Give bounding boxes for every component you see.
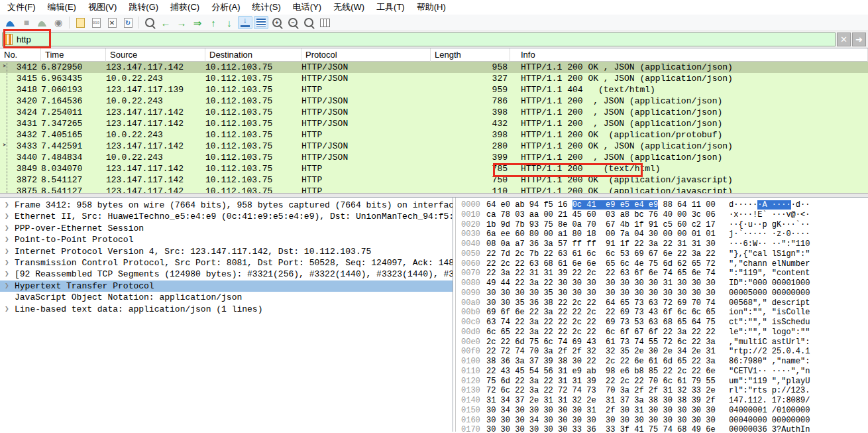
menu-view[interactable]: 视图(V): [82, 0, 123, 15]
expand-chevron-icon[interactable]: ❯: [5, 211, 9, 222]
column-header-info[interactable]: Info: [510, 48, 868, 62]
column-header-time[interactable]: Time: [41, 48, 106, 62]
packet-row-3418[interactable]: 34187.060193123.147.117.13910.112.103.75…: [0, 84, 868, 95]
packet-row-3420[interactable]: 34207.16453610.0.22.24310.112.103.75HTTP…: [0, 95, 868, 107]
filter-clear-button[interactable]: ✕: [837, 32, 851, 46]
zoom-in-icon[interactable]: +: [270, 16, 284, 29]
menu-statistics[interactable]: 统计(S): [246, 0, 286, 15]
open-file-icon[interactable]: [73, 16, 87, 29]
hex-row-00a0[interactable]: 00a030 30 35 36 38 22 2c 22 64 65 73 63 …: [456, 298, 868, 308]
menu-help[interactable]: 帮助(H): [411, 0, 452, 15]
menu-file[interactable]: 文件(F): [1, 0, 42, 15]
hex-row-0100[interactable]: 010038 36 3a 37 39 38 30 22 2c 22 6e 61 …: [456, 357, 868, 367]
restart-capture-icon[interactable]: [35, 16, 50, 29]
hex-row-0040[interactable]: 004008 0a a7 36 3a 57 ff ff 91 1f 22 3a …: [456, 239, 868, 249]
detail-line-3[interactable]: ❯Point-to-Point Protocol: [0, 234, 453, 245]
menu-analyze[interactable]: 分析(A): [205, 0, 246, 15]
detail-line-2[interactable]: ❯PPP-over-Ethernet Session: [0, 223, 453, 234]
hex-row-0080[interactable]: 008049 44 22 3a 22 30 30 30 30 30 30 30 …: [456, 278, 868, 288]
menu-capture[interactable]: 捕获(C): [164, 0, 205, 15]
packet-row-3432[interactable]: 34327.40516510.0.22.24310.112.103.75HTTP…: [0, 129, 868, 141]
hex-row-0110[interactable]: 011022 43 45 54 56 31 e9 ab 98 e6 b8 85 …: [456, 367, 868, 377]
hex-row-00b0[interactable]: 00b069 6f 6e 22 3a 22 22 2c 22 69 73 43 …: [456, 308, 868, 318]
packet-row-3424[interactable]: 34247.254011123.147.117.14210.112.103.75…: [0, 107, 868, 118]
expand-chevron-icon[interactable]: ❯: [5, 269, 9, 280]
packet-row-3431[interactable]: 34317.347265123.147.117.14210.112.103.75…: [0, 118, 868, 129]
expand-chevron-icon[interactable]: ❯: [5, 246, 9, 257]
menu-edit[interactable]: 编辑(E): [42, 0, 82, 15]
go-forward-icon[interactable]: →: [174, 16, 189, 29]
hex-row-0150[interactable]: 015030 34 30 30 30 30 30 31 2f 30 31 30 …: [456, 406, 868, 416]
hex-row-0060[interactable]: 006022 2c 22 63 68 61 6e 6e 65 6c 4e 75 …: [456, 259, 868, 269]
detail-line-1[interactable]: ❯Ethernet II, Src: HuaweiTechno_e5:e4:e9…: [0, 211, 453, 222]
hex-row-0030[interactable]: 00306a ee 60 80 00 a1 80 18 00 7a 04 30 …: [456, 229, 868, 239]
hex-row-0160[interactable]: 016030 30 30 34 30 30 30 30 30 30 30 30 …: [456, 416, 868, 426]
find-packet-icon[interactable]: [142, 16, 157, 29]
filter-bookmark-icon[interactable]: [4, 34, 13, 45]
hex-row-0050[interactable]: 005022 7d 2c 7b 22 63 61 6c 6c 53 69 67 …: [456, 249, 868, 259]
detail-line-5[interactable]: ❯Transmission Control Protocol, Src Port…: [0, 257, 453, 269]
column-header-destination[interactable]: Destination: [205, 48, 301, 62]
column-header-no[interactable]: No.: [0, 48, 41, 62]
resize-columns-icon[interactable]: [317, 16, 332, 29]
reload-file-icon[interactable]: ↻: [121, 16, 135, 29]
detail-line-9[interactable]: ❯Line-based text data: application/json …: [0, 304, 453, 315]
menu-tools[interactable]: 工具(T): [370, 0, 411, 15]
packet-row-3872[interactable]: 38728.541127123.147.117.14210.112.103.75…: [0, 174, 868, 186]
hex-row-0010[interactable]: 0010ca 78 03 aa 00 21 45 60 03 a8 bc 76 …: [456, 210, 868, 220]
save-file-icon[interactable]: 010: [89, 16, 103, 29]
hex-row-00f0[interactable]: 00f022 72 74 70 3a 2f 2f 32 32 35 2e 30 …: [456, 347, 868, 357]
packet-row-3415[interactable]: 34156.96343510.0.22.24310.112.103.75HTTP…: [0, 73, 868, 84]
hex-row-00e0[interactable]: 00e02c 22 6d 75 6c 74 69 43 61 73 74 55 …: [456, 338, 868, 347]
filter-apply-button[interactable]: ➜: [852, 32, 866, 46]
go-bottom-icon[interactable]: ↓: [222, 16, 237, 29]
colorize-icon[interactable]: [254, 16, 268, 29]
display-filter-input[interactable]: http: [2, 32, 836, 46]
column-header-source[interactable]: Source: [106, 48, 205, 62]
packet-bytes-pane: 000064 e0 ab 94 f5 16 0c 41 e9 e5 e4 e9 …: [455, 198, 868, 432]
menu-telephony[interactable]: 电话(Y): [287, 0, 327, 15]
expand-chevron-icon[interactable]: ❯: [5, 280, 9, 292]
expand-chevron-icon[interactable]: ❯: [5, 304, 9, 315]
go-back-icon[interactable]: ←: [158, 16, 173, 29]
expand-chevron-icon[interactable]: ❯: [5, 200, 9, 211]
packet-row-3412[interactable]: 34126.872950123.147.117.14210.112.103.75…: [0, 62, 868, 73]
hex-row-00c0[interactable]: 00c063 74 22 3a 22 22 2c 22 69 73 53 63 …: [456, 318, 868, 328]
detail-line-8[interactable]: JavaScript Object Notation: application/…: [0, 292, 453, 303]
hex-row-0130[interactable]: 013072 6c 22 3a 22 72 74 73 70 3a 2f 2f …: [456, 386, 868, 396]
hex-row-0000[interactable]: 000064 e0 ab 94 f5 16 0c 41 e9 e5 e4 e9 …: [456, 200, 868, 210]
hex-row-0120[interactable]: 012075 6d 22 3a 22 31 31 39 22 2c 22 70 …: [456, 377, 868, 387]
hex-row-0090[interactable]: 009030 30 30 30 35 30 30 30 30 30 30 30 …: [456, 288, 868, 298]
detail-line-7[interactable]: ❯Hypertext Transfer Protocol: [0, 280, 453, 292]
detail-line-6[interactable]: ❯[92 Reassembled TCP Segments (124980 by…: [0, 269, 453, 280]
start-capture-icon[interactable]: [3, 16, 18, 29]
packet-row-3849[interactable]: 38498.034070123.147.117.14210.112.103.75…: [0, 163, 868, 174]
go-to-packet-icon[interactable]: ⇒: [190, 16, 205, 29]
close-file-icon[interactable]: ✕: [105, 16, 119, 29]
detail-line-4[interactable]: ❯Internet Protocol Version 4, Src: 123.1…: [0, 246, 453, 257]
auto-scroll-icon[interactable]: [238, 16, 252, 29]
packet-row-3875[interactable]: 38758.541127123.147.117.14210.112.103.75…: [0, 186, 868, 193]
zoom-reset-icon[interactable]: [301, 16, 316, 29]
hex-row-0020[interactable]: 00201b 9d 7b 93 75 8e 0a 70 67 4b 1f 91 …: [456, 220, 868, 230]
packet-row-3433[interactable]: 34337.442591123.147.117.14210.112.103.75…: [0, 141, 868, 152]
column-header-protocol[interactable]: Protocol: [301, 48, 431, 62]
menu-wireless[interactable]: 无线(W): [327, 0, 370, 15]
menu-go[interactable]: 跳转(G): [123, 0, 164, 15]
capture-options-icon[interactable]: ◉: [51, 16, 66, 29]
zoom-out-icon[interactable]: −: [286, 16, 300, 29]
packet-row-3440[interactable]: 34407.48483410.0.22.24310.112.103.75HTTP…: [0, 152, 868, 163]
expand-chevron-icon[interactable]: ❯: [5, 223, 9, 234]
pane-splitter[interactable]: [0, 193, 868, 198]
expand-chevron-icon[interactable]: ❯: [5, 234, 9, 245]
detail-line-0[interactable]: ❯Frame 3412: 958 bytes on wire (7664 bit…: [0, 200, 453, 211]
hex-row-0170[interactable]: 017030 30 30 30 30 30 33 36 33 3f 41 75 …: [456, 425, 868, 432]
hex-row-00d0[interactable]: 00d06c 65 22 3a 22 22 2c 22 6c 6f 67 6f …: [456, 328, 868, 338]
packet-list-header[interactable]: No.TimeSourceDestinationProtocolLengthIn…: [0, 48, 868, 62]
stop-capture-icon[interactable]: ■: [19, 16, 34, 29]
go-top-icon[interactable]: ↑: [206, 16, 221, 29]
hex-row-0140[interactable]: 014031 34 37 2e 31 31 32 2e 31 37 3a 38 …: [456, 396, 868, 406]
column-header-length[interactable]: Length: [431, 48, 510, 62]
expand-chevron-icon[interactable]: ❯: [5, 257, 9, 269]
hex-row-0070[interactable]: 007022 3a 22 31 31 39 22 2c 22 63 6f 6e …: [456, 269, 868, 278]
